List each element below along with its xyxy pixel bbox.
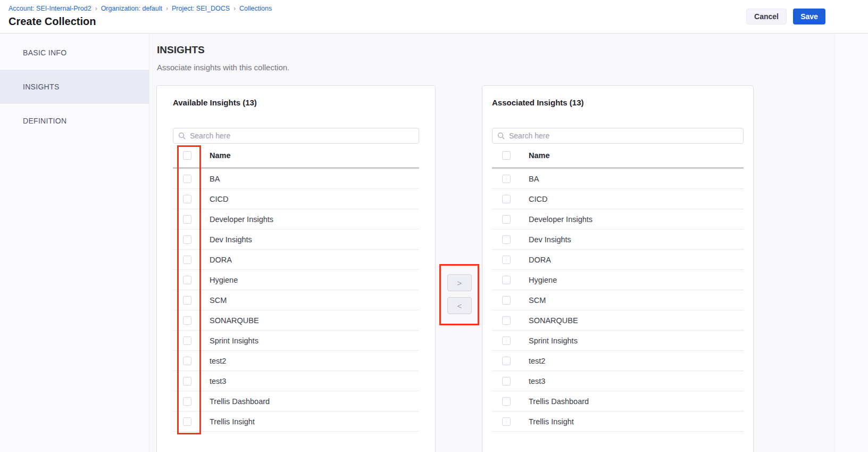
table-row[interactable]: test3	[173, 371, 419, 391]
sidebar-item-insights[interactable]: INSIGHTS	[0, 70, 149, 104]
row-checkbox[interactable]	[183, 235, 191, 244]
search-icon	[497, 132, 505, 139]
row-checkbox[interactable]	[502, 276, 511, 284]
row-name: SCM	[529, 296, 546, 305]
row-name: Dev Insights	[210, 235, 252, 244]
select-all-checkbox[interactable]	[183, 151, 191, 160]
breadcrumb-account[interactable]: Account: SEI-Internal-Prod2	[9, 5, 91, 12]
move-right-button[interactable]: >	[447, 274, 472, 291]
table-row[interactable]: Trellis Dashboard	[173, 391, 419, 412]
row-checkbox[interactable]	[183, 215, 191, 224]
row-name: Trellis Dashboard	[210, 397, 270, 406]
table-row[interactable]: Hygiene	[173, 270, 419, 290]
table-row[interactable]: DORA	[492, 250, 744, 270]
select-all-checkbox[interactable]	[502, 151, 511, 160]
row-checkbox[interactable]	[183, 296, 191, 305]
row-name: Sprint Insights	[210, 336, 258, 345]
row-checkbox[interactable]	[183, 175, 191, 183]
row-name: Trellis Insight	[529, 417, 574, 426]
table-row[interactable]: DORA	[173, 250, 419, 270]
table-row[interactable]: Trellis Insight	[492, 412, 744, 432]
associated-search-box	[492, 128, 744, 144]
breadcrumb-collections[interactable]: Collections	[239, 5, 272, 12]
table-row[interactable]: test2	[173, 351, 419, 371]
table-row[interactable]: Hygiene	[492, 270, 744, 290]
move-left-button[interactable]: <	[447, 297, 472, 314]
row-name: SONARQUBE	[529, 316, 578, 325]
row-name: Hygiene	[210, 276, 238, 284]
table-row[interactable]: Developer Insights	[173, 209, 419, 229]
main-content: INSIGHTS Associate insights with this co…	[150, 34, 868, 452]
row-name: CICD	[529, 195, 547, 203]
associated-panel-title: Associated Insights (13)	[492, 98, 744, 107]
row-name: Sprint Insights	[529, 336, 578, 345]
breadcrumb: Account: SEI-Internal-Prod2 › Organizati…	[9, 5, 272, 12]
row-checkbox[interactable]	[502, 175, 511, 183]
available-search-input[interactable]	[189, 131, 414, 141]
row-checkbox[interactable]	[502, 377, 511, 385]
row-name: Trellis Insight	[210, 417, 255, 426]
cancel-button[interactable]: Cancel	[746, 9, 787, 24]
breadcrumb-project[interactable]: Project: SEI_DOCS	[172, 5, 230, 12]
table-row[interactable]: SCM	[173, 290, 419, 310]
associated-search-input[interactable]	[508, 131, 738, 141]
topbar-actions: Cancel Save	[746, 9, 825, 24]
row-checkbox[interactable]	[183, 397, 191, 406]
row-checkbox[interactable]	[183, 316, 191, 325]
table-row[interactable]: Sprint Insights	[492, 331, 744, 351]
row-name: test3	[210, 377, 226, 385]
breadcrumb-organization[interactable]: Organization: default	[101, 5, 162, 12]
row-name: SCM	[210, 296, 227, 305]
row-checkbox[interactable]	[502, 215, 511, 224]
available-search-box	[173, 128, 419, 144]
row-checkbox[interactable]	[502, 357, 511, 365]
top-bar: Account: SEI-Internal-Prod2 › Organizati…	[0, 0, 868, 34]
table-row[interactable]: CICD	[173, 189, 419, 209]
row-checkbox[interactable]	[183, 336, 191, 345]
table-row[interactable]: Dev Insights	[173, 229, 419, 250]
row-checkbox[interactable]	[183, 276, 191, 284]
table-row[interactable]: Trellis Dashboard	[492, 391, 744, 412]
row-checkbox[interactable]	[502, 296, 511, 305]
row-name: test2	[529, 357, 545, 365]
row-checkbox[interactable]	[502, 195, 511, 203]
table-row[interactable]: BA	[173, 169, 419, 189]
row-checkbox[interactable]	[502, 316, 511, 325]
row-checkbox[interactable]	[183, 357, 191, 365]
associated-table-header: Name	[492, 144, 744, 169]
row-checkbox[interactable]	[183, 256, 191, 264]
table-row[interactable]: CICD	[492, 189, 744, 209]
row-name: CICD	[210, 195, 228, 203]
table-row[interactable]: BA	[492, 169, 744, 189]
table-row[interactable]: SCM	[492, 290, 744, 310]
row-checkbox[interactable]	[502, 397, 511, 406]
table-row[interactable]: test2	[492, 351, 744, 371]
chevron-right-icon: ›	[233, 4, 236, 12]
table-row[interactable]: Sprint Insights	[173, 331, 419, 351]
row-checkbox[interactable]	[502, 235, 511, 244]
right-edge-strip	[834, 34, 868, 452]
table-row[interactable]: Trellis Insight	[173, 412, 419, 432]
row-name: Developer Insights	[529, 215, 592, 224]
row-checkbox[interactable]	[183, 377, 191, 385]
row-name: test3	[529, 377, 545, 385]
row-checkbox[interactable]	[502, 417, 511, 426]
row-checkbox[interactable]	[502, 336, 511, 345]
available-insights-panel: Available Insights (13) Name BACICDDevel…	[156, 85, 436, 452]
table-row[interactable]: test3	[492, 371, 744, 391]
save-button[interactable]: Save	[793, 9, 825, 24]
table-row[interactable]: Dev Insights	[492, 229, 744, 250]
wizard-sidebar: BASIC INFO INSIGHTS DEFINITION	[0, 34, 149, 452]
sidebar-item-basic-info[interactable]: BASIC INFO	[0, 36, 149, 70]
row-checkbox[interactable]	[183, 195, 191, 203]
row-name: DORA	[210, 256, 232, 264]
table-row[interactable]: Developer Insights	[492, 209, 744, 229]
section-subheading: Associate insights with this collection.	[157, 63, 289, 72]
row-checkbox[interactable]	[502, 256, 511, 264]
table-row[interactable]: SONARQUBE	[173, 310, 419, 331]
sidebar-item-definition[interactable]: DEFINITION	[0, 104, 149, 138]
name-column-header: Name	[210, 151, 231, 160]
row-checkbox[interactable]	[183, 417, 191, 426]
table-row[interactable]: SONARQUBE	[492, 310, 744, 331]
row-name: BA	[210, 175, 220, 183]
